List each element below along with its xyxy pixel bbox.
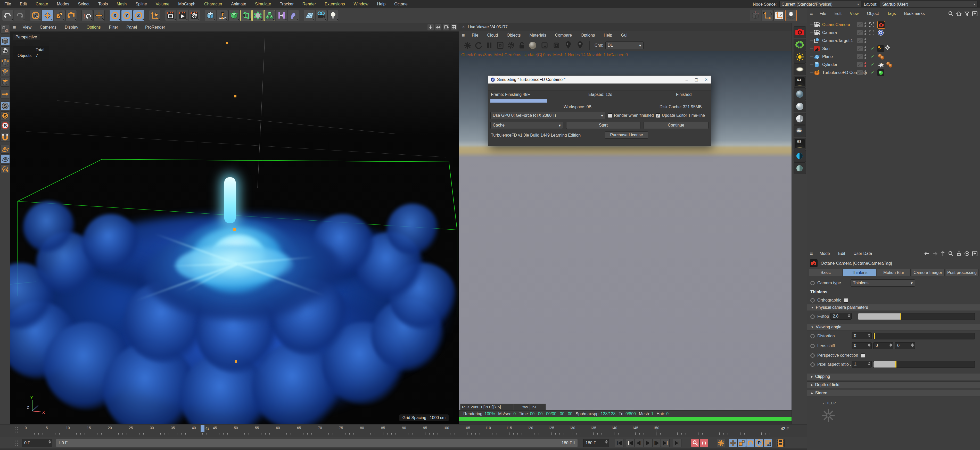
key-parameter-button[interactable]: P [755,439,764,447]
workplane-grid-icon[interactable] [0,145,10,154]
lv-menu-cloud[interactable]: Cloud [483,33,502,38]
am-menu-edit[interactable]: Edit [834,251,850,256]
axis-mode-icon[interactable] [0,90,10,99]
menu-icon[interactable]: ≡ [807,251,816,257]
visibility-dots[interactable] [864,38,866,43]
rotate-icon[interactable] [65,10,77,21]
distortion-stepper[interactable]: 0 [851,332,872,339]
channel-select[interactable]: DL▾ [605,41,644,49]
object-name[interactable]: OctaneCamera [822,22,850,27]
animation-dot[interactable] [810,344,815,348]
animation-dot[interactable] [810,363,815,367]
menu-create[interactable]: Create [31,2,52,6]
object-name[interactable]: Plane [822,54,833,59]
lens-shift-y-stepper[interactable]: 0 [873,342,893,349]
restart-render-icon[interactable] [474,41,483,50]
timeline-ruler[interactable]: 0510152025303540455055606570758085909510… [0,424,807,437]
menu-mesh[interactable]: Mesh [112,2,131,6]
object-row-octanecamera[interactable]: OctaneCamera [807,21,980,29]
section-clipping[interactable]: ▶Clipping [807,373,980,380]
render-when-finished-checkbox[interactable]: ✓ [608,113,612,118]
enable-state-icon[interactable]: ✓ [869,54,876,59]
snap-dynamic-icon[interactable]: S [0,121,10,130]
viewport-menu-cameras[interactable]: Cameras [36,25,60,30]
viewport-menu-filter[interactable]: Filter [105,25,123,30]
snap-enable-icon[interactable]: S [0,102,10,110]
am-menu-user-data[interactable]: User Data [849,251,876,256]
animation-dot[interactable] [810,315,815,319]
range-end-stepper[interactable]: 180 F [583,439,609,447]
array-modifier-icon[interactable] [276,10,287,21]
tab-post-processing[interactable]: Post processing [945,269,979,276]
preview-range-slider[interactable]: ‖ 0 F 180 F ‖ [56,439,578,447]
layer-toggle[interactable] [857,22,863,27]
move-icon[interactable] [42,10,53,21]
purchase-license-button[interactable]: Purchase License [605,132,648,139]
maximize-button[interactable]: ▢ [692,76,701,84]
path-home-icon[interactable] [956,11,962,17]
extrude-generator-icon[interactable] [240,10,251,21]
floor-object-icon[interactable] [304,10,315,21]
copy-image-icon[interactable] [540,41,549,50]
sun-tag-icon[interactable] [877,45,884,52]
lv-menu-gui[interactable]: Gui [616,33,632,38]
add-panel-icon[interactable] [972,251,978,257]
octane-logo-icon[interactable] [463,41,472,50]
menu-simulate[interactable]: Simulate [251,2,275,6]
start-button[interactable]: Start [566,122,640,129]
layer-toggle[interactable] [857,46,863,51]
texture-tag-icon[interactable] [886,61,893,68]
octane-glossy-material-icon[interactable] [794,100,806,112]
pick-material-icon[interactable] [528,41,537,50]
object-name[interactable]: Cylinder [822,62,837,67]
drag-grip-icon[interactable] [15,426,19,434]
keying-settings-button[interactable] [717,439,725,447]
axis-y-icon[interactable]: Y [121,10,132,21]
om-menu-object[interactable]: Object [863,11,883,16]
make-preview-button[interactable] [776,439,784,447]
viewport-menu-prorender[interactable]: ProRender [141,25,169,30]
section-stereo[interactable]: ▶Stereo [807,390,980,396]
physical-params-section[interactable]: ▼ Physical camera parameters [807,304,980,311]
tab-basic[interactable]: Basic [809,269,842,276]
tfd-emitter-tag-icon[interactable] [877,61,885,68]
planar-grid-icon[interactable] [0,155,10,164]
render-animation-icon[interactable] [177,10,188,21]
animation-dot[interactable] [810,353,815,358]
bend-deformer-icon[interactable] [288,10,299,21]
filter-icon[interactable] [964,11,970,17]
search-icon[interactable] [948,251,954,257]
object-name[interactable]: Camera [822,30,837,35]
toggle-views-icon[interactable] [451,24,457,30]
lens-shift-z-stepper[interactable]: 0 [895,342,915,349]
object-row-cylinder[interactable]: Cylinder✓ [807,60,980,68]
object-row-plane[interactable]: Plane✓ [807,52,980,60]
visibility-dots[interactable] [864,22,866,27]
object-name[interactable]: Camera.Target.1 [822,38,853,43]
scale-icon[interactable] [54,10,65,21]
layer-toggle[interactable] [857,54,863,59]
cube-primitive-icon[interactable] [205,10,216,21]
octane-diffuse-material-icon[interactable] [794,88,806,100]
menu-render[interactable]: Render [298,2,320,6]
close-button[interactable]: ✕ [701,76,711,84]
record-keyframe-button[interactable] [691,439,700,447]
am-menu-mode[interactable]: Mode [816,251,834,256]
spline-pen-icon[interactable] [216,10,228,21]
coordinate-system-icon[interactable] [149,10,161,21]
tab-thinlens[interactable]: Thinlens [843,269,877,276]
move-snapshot-icon[interactable] [93,10,105,21]
viewport-menu-options[interactable]: Options [82,25,105,30]
lock-icon[interactable] [956,251,962,257]
lv-menu-materials[interactable]: Materials [525,33,551,38]
menu-icon[interactable]: ≡ [807,11,816,17]
magnet-icon[interactable] [0,133,10,142]
visibility-dots[interactable] [864,62,866,67]
material-picker-icon[interactable]: M [576,41,584,50]
psr-loop-icon[interactable]: PSR [81,10,93,21]
layer-toggle[interactable] [857,38,863,43]
object-row-turbulencefd-container[interactable]: TurbulenceFD Container✓ [807,68,980,76]
texture-mode-icon[interactable] [0,46,10,55]
auto-grid-icon[interactable] [0,164,10,173]
perspective-viewport[interactable]: Y Z X ≡ ViewCamerasDisplayOptionsFilterP… [10,23,459,424]
